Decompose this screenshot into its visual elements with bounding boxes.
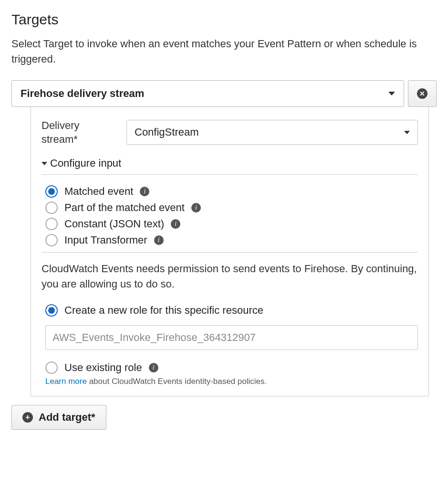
radio-matched-event[interactable]: Matched event i xyxy=(45,183,418,200)
learn-more-row: Learn more about CloudWatch Events ident… xyxy=(45,377,418,386)
delivery-stream-value: ConfigStream xyxy=(135,126,199,138)
close-icon: ✕ xyxy=(417,88,427,99)
chevron-down-icon xyxy=(404,131,410,134)
radio-label: Use existing role xyxy=(64,361,142,374)
radio-input-transformer[interactable]: Input Transformer i xyxy=(45,232,418,248)
targets-heading: Targets xyxy=(11,11,437,28)
targets-description: Select Target to invoke when an event ma… xyxy=(11,36,437,67)
radio-constant-json[interactable]: Constant (JSON text) i xyxy=(45,216,418,232)
learn-more-link[interactable]: Learn more xyxy=(45,377,87,386)
radio-label: Matched event xyxy=(64,185,133,198)
radio-label: Input Transformer xyxy=(64,234,147,246)
radio-label: Constant (JSON text) xyxy=(64,218,164,230)
permission-text: CloudWatch Events needs permission to se… xyxy=(42,261,418,292)
radio-use-existing-role[interactable]: Use existing role i xyxy=(45,360,418,376)
info-icon[interactable]: i xyxy=(154,235,164,245)
plus-icon: + xyxy=(22,412,33,423)
radio-icon xyxy=(45,234,58,246)
configure-input-label: Configure input xyxy=(50,157,121,170)
target-type-value: Firehose delivery stream xyxy=(21,87,144,100)
target-config-panel: Delivery stream* ConfigStream Configure … xyxy=(31,107,429,396)
target-type-select[interactable]: Firehose delivery stream xyxy=(11,80,404,107)
radio-create-new-role[interactable]: Create a new role for this specific reso… xyxy=(45,302,418,319)
radio-part-of-matched-event[interactable]: Part of the matched event i xyxy=(45,200,418,216)
add-target-label: Add target* xyxy=(39,411,95,424)
configure-input-toggle[interactable]: Configure input xyxy=(42,157,418,170)
radio-icon xyxy=(45,304,58,317)
delivery-stream-select[interactable]: ConfigStream xyxy=(126,120,418,145)
info-icon[interactable]: i xyxy=(149,363,158,372)
learn-more-text: about CloudWatch Events identity-based p… xyxy=(87,377,267,386)
divider xyxy=(42,174,418,175)
info-icon[interactable]: i xyxy=(191,203,201,213)
remove-target-button[interactable]: ✕ xyxy=(408,80,437,107)
radio-label: Part of the matched event xyxy=(64,202,185,214)
info-icon[interactable]: i xyxy=(171,219,180,229)
radio-label: Create a new role for this specific reso… xyxy=(64,304,263,317)
radio-icon xyxy=(45,218,58,230)
radio-icon xyxy=(45,361,58,374)
role-name-input[interactable] xyxy=(45,325,418,350)
chevron-down-icon xyxy=(388,92,395,96)
radio-icon xyxy=(45,185,58,198)
chevron-down-icon xyxy=(42,162,47,165)
radio-icon xyxy=(45,202,58,214)
info-icon[interactable]: i xyxy=(140,187,149,196)
delivery-stream-label: Delivery stream* xyxy=(42,118,113,147)
add-target-button[interactable]: + Add target* xyxy=(11,405,106,430)
divider xyxy=(42,252,418,253)
